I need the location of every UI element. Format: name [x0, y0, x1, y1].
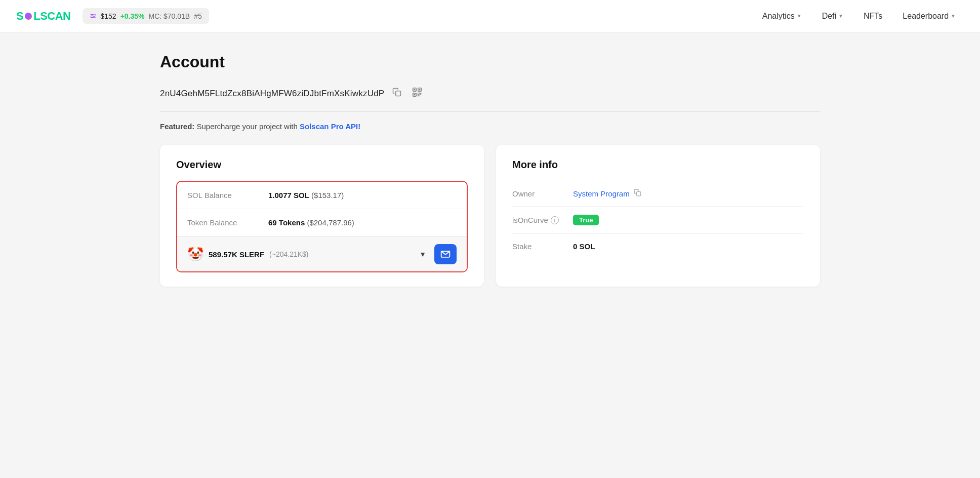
token-balance-usd: ($204,787.96): [307, 218, 354, 227]
nav-defi-label: Defi: [822, 12, 836, 21]
featured-label: Featured:: [160, 122, 194, 131]
stake-row: Stake 0 SOL: [512, 234, 804, 259]
is-on-curve-badge: True: [573, 215, 599, 225]
more-info-card: More info Owner System Program isOnCurve: [496, 145, 820, 287]
owner-label: Owner: [512, 189, 573, 198]
nav-leaderboard-label: Leaderboard: [903, 12, 949, 21]
stake-amount: 0 SOL: [573, 242, 595, 251]
price-amount: $152: [100, 12, 116, 20]
cards-row: Overview SOL Balance 1.0077 SOL ($153.17…: [160, 145, 820, 287]
svg-rect-5: [419, 89, 421, 91]
nav-nfts[interactable]: NFTs: [855, 8, 890, 25]
token-dropdown-chevron-icon: ▼: [419, 250, 426, 258]
token-emoji: 🤡: [187, 248, 203, 261]
featured-row: Featured: Supercharge your project with …: [160, 122, 820, 131]
token-balance-row: Token Balance 69 Tokens ($204,787.96): [177, 209, 467, 236]
svg-rect-0: [396, 91, 401, 96]
copy-owner-button[interactable]: [634, 189, 641, 198]
svg-rect-6: [414, 94, 416, 96]
nav-nfts-label: NFTs: [864, 12, 882, 21]
owner-link[interactable]: System Program: [573, 189, 630, 198]
price-mc: MC: $70.01B: [149, 12, 190, 20]
sol-balance-label: SOL Balance: [187, 191, 268, 200]
logo[interactable]: SLSCAN: [16, 10, 70, 23]
more-info-title: More info: [512, 159, 804, 171]
send-button[interactable]: [434, 244, 457, 264]
analytics-chevron-icon: ▼: [797, 13, 802, 19]
overview-title: Overview: [176, 159, 468, 171]
copy-address-button[interactable]: [390, 87, 403, 100]
price-change: +0.35%: [120, 12, 145, 20]
overview-box: SOL Balance 1.0077 SOL ($153.17) Token B…: [176, 181, 468, 272]
nav-analytics-label: Analytics: [762, 12, 795, 21]
account-address: 2nU4GehM5FLtdZcx8BiAHgMFW6ziDJbtFmXsKiwk…: [160, 89, 384, 99]
nav-analytics[interactable]: Analytics ▼: [754, 8, 810, 25]
is-on-curve-value: True: [573, 215, 599, 225]
featured-link[interactable]: Solscan Pro API!: [300, 122, 360, 131]
header: SLSCAN ≋ $152 +0.35% MC: $70.01B #5 Anal…: [0, 0, 980, 32]
logo-text-scan: LSCAN: [33, 10, 70, 23]
token-usd-value: (~204.21K$): [269, 250, 308, 258]
owner-value: System Program: [573, 189, 641, 198]
stake-label: Stake: [512, 242, 573, 251]
overview-card: Overview SOL Balance 1.0077 SOL ($153.17…: [160, 145, 484, 287]
token-selector[interactable]: 🤡 589.57K SLERF (~204.21K$) ▼: [187, 248, 426, 261]
owner-row: Owner System Program: [512, 181, 804, 207]
price-badge[interactable]: ≋ $152 +0.35% MC: $70.01B #5: [83, 8, 209, 24]
token-balance-amount: 69 Tokens: [268, 218, 305, 227]
logo-text-sol: S: [16, 10, 23, 23]
svg-rect-4: [414, 89, 416, 91]
is-on-curve-label: isOnCurve i: [512, 216, 573, 224]
address-row: 2nU4GehM5FLtdZcx8BiAHgMFW6ziDJbtFmXsKiwk…: [160, 86, 820, 112]
svg-rect-16: [636, 192, 640, 196]
sol-balance-amount: 1.0077 SOL: [268, 191, 309, 200]
main-nav: Analytics ▼ Defi ▼ NFTs Leaderboard ▼: [754, 8, 964, 25]
token-balance-label: Token Balance: [187, 218, 268, 227]
main-content: Account 2nU4GehM5FLtdZcx8BiAHgMFW6ziDJbt…: [136, 32, 844, 307]
is-on-curve-row: isOnCurve i True: [512, 207, 804, 234]
qr-code-button[interactable]: [410, 86, 425, 101]
sol-balance-row: SOL Balance 1.0077 SOL ($153.17): [177, 182, 467, 209]
token-dropdown-row: 🤡 589.57K SLERF (~204.21K$) ▼: [177, 236, 467, 271]
defi-chevron-icon: ▼: [838, 13, 843, 19]
sol-icon: ≋: [90, 11, 96, 21]
stake-value: 0 SOL: [573, 242, 595, 251]
sol-balance-value: 1.0077 SOL ($153.17): [268, 191, 344, 200]
leaderboard-chevron-icon: ▼: [951, 13, 956, 19]
sol-balance-usd: ($153.17): [311, 191, 344, 200]
featured-text: Supercharge your project with: [197, 122, 300, 131]
nav-defi[interactable]: Defi ▼: [814, 8, 851, 25]
nav-leaderboard[interactable]: Leaderboard ▼: [894, 8, 964, 25]
token-balance-value: 69 Tokens ($204,787.96): [268, 218, 354, 227]
price-rank: #5: [194, 12, 202, 20]
is-on-curve-info-icon[interactable]: i: [551, 216, 559, 224]
logo-dot-icon: [25, 13, 32, 20]
page-title: Account: [160, 53, 820, 71]
token-name: 589.57K SLERF: [209, 250, 264, 259]
